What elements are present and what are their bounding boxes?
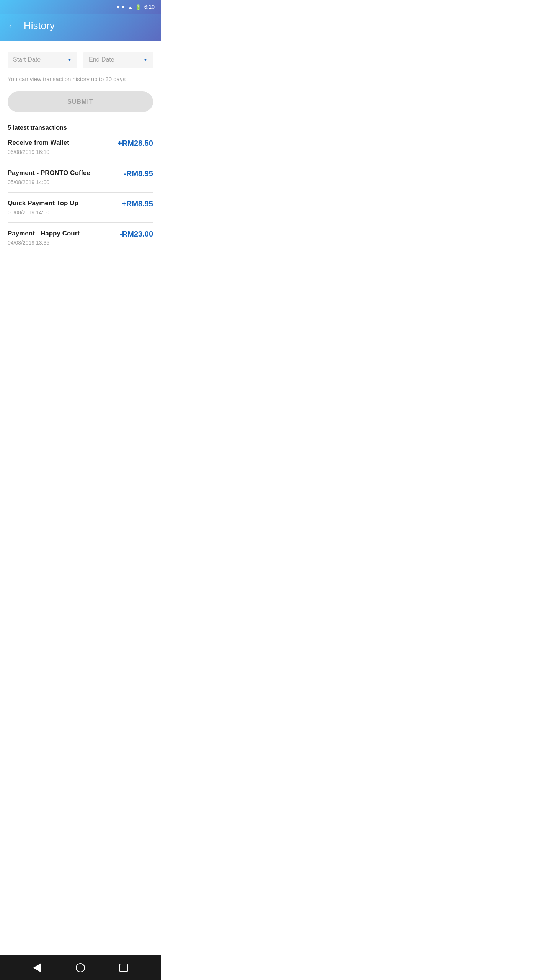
transaction-name: Payment - PRONTO Coffee <box>8 169 90 177</box>
start-date-select[interactable]: Start Date ▼ <box>8 52 77 68</box>
header: ← History <box>0 14 161 41</box>
transaction-item[interactable]: Payment - Happy Court 04/08/2019 13:35 -… <box>8 223 153 253</box>
transaction-date: 04/08/2019 13:35 <box>8 240 80 246</box>
transaction-amount: +RM8.95 <box>122 199 153 208</box>
status-icons: ▼▼ ▲ 🔋 <box>116 4 141 10</box>
transaction-name: Payment - Happy Court <box>8 230 80 237</box>
transaction-amount: -RM23.00 <box>119 230 153 238</box>
submit-button[interactable]: SUBMIT <box>8 91 153 112</box>
end-date-dropdown-icon: ▼ <box>143 57 148 62</box>
transaction-name: Receive from Wallet <box>8 139 69 147</box>
info-text: You can view transaction history up to 3… <box>8 76 153 82</box>
transaction-amount: +RM28.50 <box>117 139 153 148</box>
transaction-date: 06/08/2019 16:10 <box>8 149 69 155</box>
transaction-left: Receive from Wallet 06/08/2019 16:10 <box>8 139 69 155</box>
transaction-left: Payment - Happy Court 04/08/2019 13:35 <box>8 230 80 246</box>
transaction-amount: -RM8.95 <box>124 169 153 178</box>
signal-icon: ▲ <box>128 4 133 10</box>
end-date-label: End Date <box>89 56 114 63</box>
start-date-dropdown-icon: ▼ <box>67 57 72 62</box>
status-bar: ▼▼ ▲ 🔋 6:10 <box>0 0 161 14</box>
transaction-date: 05/08/2019 14:00 <box>8 209 78 216</box>
end-date-select[interactable]: End Date ▼ <box>83 52 153 68</box>
transaction-left: Quick Payment Top Up 05/08/2019 14:00 <box>8 199 78 216</box>
transaction-item[interactable]: Receive from Wallet 06/08/2019 16:10 +RM… <box>8 139 153 162</box>
transaction-list: Receive from Wallet 06/08/2019 16:10 +RM… <box>8 139 153 253</box>
start-date-label: Start Date <box>13 56 41 63</box>
page-title: History <box>24 20 55 32</box>
main-content: Start Date ▼ End Date ▼ You can view tra… <box>0 41 161 264</box>
transaction-date: 05/08/2019 14:00 <box>8 179 90 185</box>
transaction-item[interactable]: Payment - PRONTO Coffee 05/08/2019 14:00… <box>8 162 153 193</box>
transactions-header: 5 latest transactions <box>8 124 153 131</box>
transaction-item[interactable]: Quick Payment Top Up 05/08/2019 14:00 +R… <box>8 193 153 223</box>
transaction-name: Quick Payment Top Up <box>8 199 78 207</box>
wifi-icon: ▼▼ <box>116 4 126 10</box>
status-time: 6:10 <box>144 4 155 10</box>
date-filters: Start Date ▼ End Date ▼ <box>8 52 153 68</box>
back-button[interactable]: ← <box>8 21 16 31</box>
transaction-left: Payment - PRONTO Coffee 05/08/2019 14:00 <box>8 169 90 185</box>
battery-icon: 🔋 <box>135 4 141 10</box>
